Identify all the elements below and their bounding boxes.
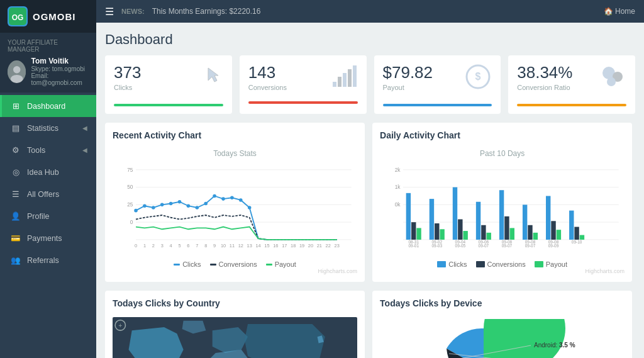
svg-rect-102	[557, 230, 561, 240]
daily-chart-legend: Clicks Conversions Payout	[380, 260, 625, 268]
nav-item-tools[interactable]: ⚙ Tools ◀	[0, 139, 96, 161]
svg-rect-81	[458, 220, 462, 240]
svg-text:1k: 1k	[395, 184, 401, 190]
nav-item-payments[interactable]: 💳 Payments	[0, 227, 96, 249]
svg-point-49	[143, 204, 147, 208]
stat-card-clicks: 373 Clicks	[105, 55, 232, 114]
svg-rect-71	[411, 222, 416, 240]
svg-text:14: 14	[255, 243, 260, 249]
topbar: ☰ NEWS: This Months Earnings: $2220.16 🏠…	[96, 0, 644, 23]
svg-point-3	[13, 66, 20, 73]
nav-label-profile: Profile	[27, 212, 49, 221]
ratio-bar	[517, 104, 626, 106]
svg-rect-72	[416, 228, 421, 240]
nav-label-tools: Tools	[27, 146, 45, 155]
clicks-country-panel: Todays Clicks by Country	[105, 291, 365, 358]
hamburger-icon[interactable]: ☰	[105, 6, 114, 18]
svg-rect-97	[533, 233, 538, 240]
svg-rect-5	[333, 82, 336, 87]
svg-rect-96	[528, 225, 532, 240]
stat-card-payout: $79.82 Payout $	[374, 55, 501, 114]
daily-chart-area: Past 10 Days 2k 1k 0k	[380, 149, 625, 274]
clicks-device-panel: Todays Clicks by Device ≡ Android: 3.5 %…	[372, 291, 632, 358]
home-link[interactable]: 🏠 Home	[604, 7, 635, 16]
svg-rect-86	[481, 225, 486, 240]
clicks-bar	[114, 104, 223, 106]
recent-chart-svg: 75 50 25 0 0 1 2 3 4 5 6 7 8 9 10 11	[113, 160, 357, 255]
svg-point-48	[134, 209, 138, 213]
svg-text:09-01: 09-01	[409, 243, 419, 248]
nav-item-profile[interactable]: 👤 Profile	[0, 205, 96, 227]
svg-point-4	[11, 74, 23, 82]
logo-text: OGMOBI	[33, 11, 76, 22]
avatar	[8, 60, 26, 83]
conversions-value: 143	[248, 63, 287, 82]
nav-item-ideahub[interactable]: ◎ Idea Hub	[0, 161, 96, 183]
svg-rect-75	[430, 199, 434, 240]
stat-card-conversions: 143 Conversions	[240, 55, 367, 114]
pie-chart: Android: 3.5 % iPad: 17.4 % iPhone / iPo…	[380, 317, 625, 358]
svg-point-56	[204, 202, 208, 206]
svg-rect-100	[546, 196, 550, 239]
affiliate-name: Tom Voitik	[31, 57, 89, 65]
nav-item-dashboard[interactable]: ⊞ Dashboard	[0, 95, 96, 117]
svg-rect-92	[510, 228, 514, 240]
ideahub-icon: ◎	[11, 167, 21, 177]
svg-point-61	[248, 206, 252, 210]
news-label: NEWS:	[121, 8, 145, 15]
svg-text:21: 21	[317, 243, 322, 249]
nav-item-referrals[interactable]: 👥 Referrals	[0, 249, 96, 271]
svg-text:4: 4	[170, 243, 172, 249]
dashboard-icon: ⊞	[11, 101, 21, 111]
svg-text:0: 0	[135, 243, 137, 249]
clicks-label: Clicks	[114, 84, 141, 91]
svg-text:2k: 2k	[395, 167, 401, 173]
clicks-country-title: Todays Clicks by Country	[113, 298, 220, 308]
referrals-icon: 👥	[11, 255, 21, 265]
svg-text:OG: OG	[12, 13, 24, 22]
main-content: Dashboard 373 Clicks 143	[96, 23, 644, 358]
payout-icon: $	[464, 63, 492, 96]
svg-text:10: 10	[221, 243, 226, 249]
nav-label-statistics: Statistics	[27, 124, 58, 133]
stat-cards: 373 Clicks 143 Conversions	[105, 55, 635, 114]
affiliate-skype: Skype: tom.ogmobi	[31, 65, 89, 72]
news-text: This Months Earnings: $2220.16	[152, 7, 261, 16]
svg-text:$: $	[475, 71, 481, 82]
conversions-icon	[330, 63, 358, 94]
recent-chart-subtitle: Todays Stats	[113, 149, 357, 158]
profile-icon: 👤	[11, 211, 21, 221]
payout-label: Payout	[383, 84, 433, 91]
svg-text:19: 19	[299, 243, 304, 249]
affiliate-section: Your Affiliate Manager Tom Voitik Skype:…	[0, 33, 96, 92]
nav-label-dashboard: Dashboard	[27, 102, 65, 111]
svg-text:0k: 0k	[395, 201, 401, 208]
nav-item-alloffers[interactable]: ☰ All Offers	[0, 183, 96, 205]
ratio-icon	[599, 63, 626, 96]
conversions-bar	[248, 101, 358, 104]
nav-item-statistics[interactable]: ▤ Statistics ◀	[0, 117, 96, 139]
svg-text:09-07: 09-07	[525, 243, 536, 248]
nav-label-ideahub: Idea Hub	[27, 168, 59, 177]
svg-rect-95	[523, 204, 527, 240]
ratio-label: Conversion Ratio	[517, 84, 572, 91]
svg-text:17: 17	[282, 243, 287, 249]
daily-chart-panel: Daily Activity Chart ≡ Past 10 Days 2k 1…	[372, 123, 632, 282]
svg-text:5: 5	[178, 243, 180, 249]
affiliate-email: Email: tom@ogmobi.com	[31, 72, 89, 86]
svg-point-52	[169, 202, 173, 206]
svg-point-51	[160, 203, 164, 207]
svg-text:2: 2	[152, 243, 155, 249]
chart-row: Recent Activity Chart ≡ Todays Stats 75 …	[105, 123, 635, 282]
svg-text:25: 25	[127, 201, 133, 208]
svg-text:09-05: 09-05	[455, 243, 466, 248]
svg-rect-90	[499, 190, 504, 240]
svg-text:23: 23	[335, 243, 340, 249]
svg-text:50: 50	[127, 184, 133, 190]
statistics-icon: ▤	[11, 123, 21, 133]
ratio-value: 38.34%	[517, 63, 572, 82]
svg-point-50	[152, 206, 155, 210]
nav-label-payments: Payments	[27, 234, 62, 243]
svg-text:9: 9	[213, 243, 216, 249]
svg-text:09-07: 09-07	[479, 243, 489, 248]
